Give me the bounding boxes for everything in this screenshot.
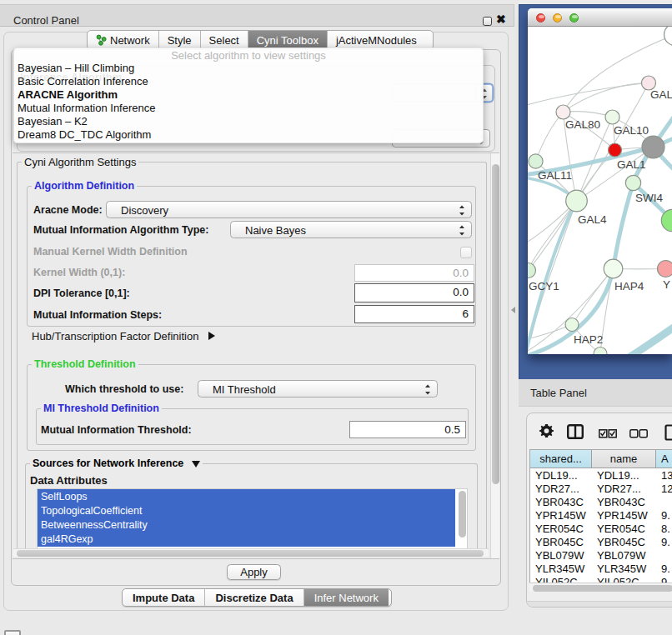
- partial-bottom-button[interactable]: [4, 630, 21, 635]
- table-cell: [656, 495, 672, 508]
- network-node-y[interactable]: [658, 261, 672, 278]
- sources-group-header[interactable]: Sources for Network Inference: [30, 458, 203, 469]
- show-columns-icon[interactable]: [599, 427, 617, 442]
- network-node-gcy1[interactable]: [528, 263, 536, 278]
- tab-select[interactable]: Select: [201, 31, 248, 49]
- table-panel-container: shared...nameA YDL19...YDL19...13YDR27..…: [526, 412, 672, 608]
- table-rows: YDL19...YDL19...13YDR27...YDR27...12YBR0…: [530, 468, 672, 582]
- attribute-list-item[interactable]: TopologicalCoefficient: [38, 503, 455, 518]
- bottom-tab-infer-network[interactable]: Infer Network: [304, 589, 389, 606]
- network-node-gal11[interactable]: [529, 154, 543, 168]
- table-row[interactable]: YLR345WYLR345W9.: [530, 562, 672, 575]
- attribute-list-item[interactable]: SelfLoops: [38, 489, 455, 503]
- bottom-tab-discretize-data[interactable]: Discretize Data: [205, 589, 303, 606]
- network-edge[interactable]: [564, 83, 649, 112]
- network-node-gal1[interactable]: [609, 143, 622, 157]
- network-node-hap2[interactable]: [565, 318, 579, 332]
- aracne-mode-combobox[interactable]: Discovery: [106, 201, 472, 218]
- table-column-header[interactable]: shared...: [530, 450, 592, 468]
- tab-label: Style: [168, 34, 192, 47]
- algorithm-list-item[interactable]: Mutual Information Inference: [14, 101, 483, 114]
- network-graph-canvas[interactable]: GALGAL80GAL10GAL1GAL11SWI4GAL4GCY1HAP4YH…: [528, 27, 672, 354]
- network-node-gal10[interactable]: [605, 110, 619, 124]
- network-window-titlebar[interactable]: [528, 8, 672, 27]
- scrollbar-thumb[interactable]: [533, 585, 672, 592]
- bottom-tab-impute-data[interactable]: Impute Data: [123, 589, 205, 606]
- attribute-list-item[interactable]: gal4RGexp: [38, 532, 455, 547]
- tab-jactivemnodules[interactable]: jActiveMNodules: [328, 31, 425, 49]
- table-row[interactable]: YBR043CYBR043C: [530, 495, 672, 508]
- network-edge[interactable]: [536, 112, 564, 162]
- table-row[interactable]: YER054CYER054C8.: [530, 522, 672, 535]
- gear-icon[interactable]: [539, 424, 554, 442]
- dpi-tolerance-field[interactable]: 0.0: [354, 283, 474, 302]
- splitter-collapse-icon[interactable]: [511, 307, 515, 313]
- table-cell: YBR045C: [530, 535, 592, 548]
- algorithm-list-item[interactable]: ARACNE Algorithm: [14, 88, 483, 101]
- table-header-row: shared...nameA: [530, 450, 672, 468]
- hub-section-header[interactable]: Hub/Transcription Factor Definition: [32, 330, 215, 342]
- data-attributes-list[interactable]: SelfLoopsTopologicalCoefficientBetweenne…: [37, 488, 468, 548]
- close-traffic-light[interactable]: [536, 13, 545, 22]
- group-title: Threshold Definition: [32, 358, 138, 370]
- algorithm-list-item[interactable]: Bayesian – K2: [14, 114, 483, 128]
- control-panel-titlebar[interactable]: Control Panel ✖: [0, 4, 514, 27]
- scrollbar-thumb[interactable]: [492, 164, 499, 484]
- scrollbar-thumb[interactable]: [17, 550, 484, 557]
- network-edge-thick[interactable]: [623, 323, 672, 354]
- table-horizontal-scrollbar[interactable]: [529, 582, 672, 592]
- hide-columns-icon[interactable]: [629, 427, 648, 442]
- table-row[interactable]: YDR27...YDR27...12: [530, 482, 672, 495]
- attributes-scrollbar-thumb[interactable]: [459, 491, 466, 538]
- attribute-list-item[interactable]: BetweennessCentrality: [38, 518, 455, 532]
- table-cell: YER054C: [530, 522, 592, 535]
- tab-cyni-toolbox[interactable]: Cyni Toolbox: [248, 31, 328, 49]
- mi-type-combobox[interactable]: Naive Bayes: [230, 221, 472, 238]
- kernel-width-field[interactable]: 0.0: [354, 264, 474, 282]
- table-column-header[interactable]: name: [592, 450, 656, 468]
- network-node-swi4[interactable]: [625, 175, 640, 190]
- network-edge[interactable]: [564, 35, 672, 112]
- network-node-hap4[interactable]: [604, 259, 623, 278]
- mi-type-label: Mutual Information Algorithm Type:: [33, 224, 208, 236]
- table-row[interactable]: YDL19...YDL19...13: [530, 468, 672, 482]
- network-node-gal80[interactable]: [556, 105, 570, 119]
- table-cell: YIL052C: [592, 575, 656, 582]
- network-node[interactable]: [664, 27, 672, 46]
- network-view-window: GALGAL80GAL10GAL1GAL11SWI4GAL4GCY1HAP4YH…: [528, 8, 672, 354]
- table-column-header[interactable]: A: [656, 450, 672, 468]
- new-table-icon[interactable]: [664, 424, 672, 444]
- which-threshold-combobox[interactable]: MI Threshold: [198, 380, 438, 398]
- settings-vertical-scrollbar[interactable]: [490, 153, 499, 558]
- manual-kernel-label: Manual Kernel Width Definition: [33, 246, 188, 258]
- table-row[interactable]: YPR145WYPR145W9.: [530, 508, 672, 522]
- minimize-traffic-light[interactable]: [553, 13, 562, 22]
- settings-horizontal-scrollbar[interactable]: [13, 548, 489, 557]
- mi-steps-field[interactable]: 6: [354, 305, 474, 323]
- apply-button[interactable]: Apply: [227, 564, 281, 580]
- close-icon[interactable]: ✖: [496, 12, 508, 27]
- tab-network[interactable]: Network: [88, 31, 159, 49]
- algorithm-combobox-prompt: Select algorithm to view settings: [14, 48, 483, 61]
- table-row[interactable]: YIL052CYIL052C9: [530, 575, 672, 582]
- float-icon[interactable]: [483, 17, 492, 26]
- tab-style[interactable]: Style: [159, 31, 201, 49]
- application-window: Control Panel ✖ NetworkStyleSelectCyni T…: [0, 0, 672, 635]
- algorithm-list-item[interactable]: Dream8 DC_TDC Algorithm: [14, 128, 483, 141]
- network-node[interactable]: [594, 348, 607, 355]
- table-cell: [656, 548, 672, 562]
- zoom-traffic-light[interactable]: [569, 13, 579, 22]
- network-node-gal4[interactable]: [566, 190, 588, 212]
- table-row[interactable]: YBR045CYBR045C9.: [530, 535, 672, 548]
- split-view-icon[interactable]: [567, 424, 584, 442]
- network-edge[interactable]: [531, 201, 577, 337]
- manual-kernel-checkbox[interactable]: [460, 247, 472, 258]
- sources-group-title: Sources for Network Inference: [33, 458, 183, 469]
- table-row[interactable]: YBL079WYBL079W: [530, 548, 672, 562]
- table-panel-titlebar[interactable]: Table Panel: [519, 379, 672, 407]
- which-threshold-label: Which threshold to use:: [65, 383, 183, 395]
- hub-section-label: Hub/Transcription Factor Definition: [32, 330, 198, 342]
- network-edge[interactable]: [528, 83, 649, 107]
- network-node[interactable]: [642, 136, 664, 158]
- mi-threshold-field[interactable]: 0.5: [349, 421, 466, 438]
